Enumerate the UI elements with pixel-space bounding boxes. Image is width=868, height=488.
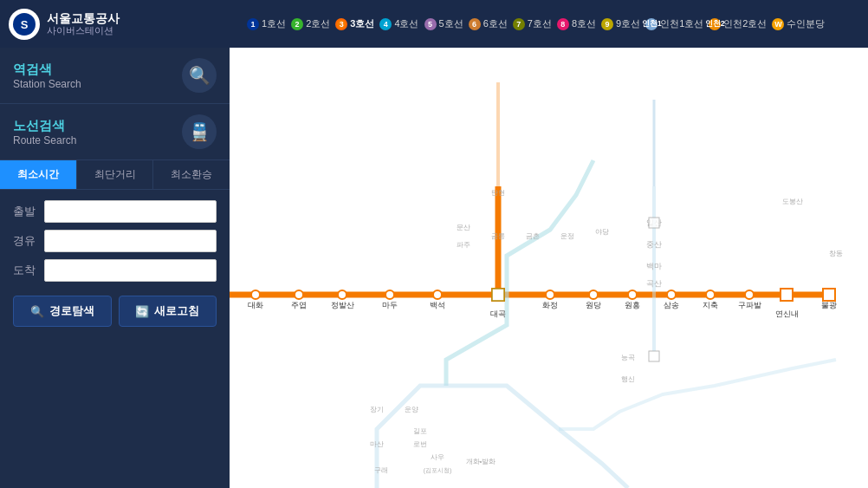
- via-row: 경유: [13, 230, 217, 252]
- svg-text:원흥: 원흥: [625, 301, 640, 309]
- route-search-en: Route Search: [13, 134, 76, 146]
- line-tab-6[interactable]: 66호선: [469, 17, 508, 30]
- train-icon: 🚆: [182, 114, 217, 149]
- svg-text:운정: 운정: [560, 232, 574, 240]
- departure-label: 출발: [13, 204, 37, 219]
- line-tab-7[interactable]: 77호선: [513, 17, 552, 30]
- line-tab-5[interactable]: 55호선: [424, 17, 463, 30]
- departure-row: 출발: [13, 200, 217, 223]
- svg-text:구파발: 구파발: [738, 301, 761, 309]
- svg-point-19: [706, 290, 715, 299]
- refresh-button[interactable]: 🔄 새로고침: [119, 296, 217, 327]
- route-form: 출발 경유 도착 🔍 경로탐색 🔄 새로고침: [0, 190, 230, 488]
- svg-text:대화: 대화: [248, 301, 263, 309]
- logo-icon: S: [9, 9, 40, 40]
- line-tab-4[interactable]: 44호선: [379, 17, 418, 30]
- main-content: 역검색 Station Search 🔍 노선검색 Route Search 🚆…: [0, 48, 868, 488]
- route-search-label: 노선검색 Route Search: [13, 118, 76, 146]
- svg-text:원당: 원당: [586, 301, 601, 309]
- svg-rect-61: [649, 218, 659, 228]
- svg-text:(김포시청): (김포시청): [424, 467, 452, 474]
- logo-sub: 사이버스테이션: [47, 25, 120, 36]
- line-tab-9[interactable]: 99호선: [601, 17, 640, 30]
- departure-input[interactable]: [44, 200, 217, 223]
- svg-text:중산: 중산: [646, 240, 662, 249]
- line-tab-2[interactable]: 22호선: [291, 17, 330, 30]
- via-label: 경유: [13, 233, 37, 249]
- line-tab-8[interactable]: 88호선: [557, 17, 596, 30]
- station-search-section[interactable]: 역검색 Station Search 🔍: [0, 48, 230, 104]
- svg-point-20: [745, 290, 754, 299]
- svg-text:백마: 백마: [646, 262, 662, 270]
- svg-point-10: [338, 290, 347, 299]
- line-tab-인천1[interactable]: 인천1인천1호선: [645, 17, 703, 30]
- svg-text:운양: 운양: [405, 406, 418, 413]
- route-tabs: 최소시간 최단거리 최소환승: [0, 160, 230, 190]
- svg-point-16: [589, 290, 598, 299]
- search-icon: 🔍: [182, 58, 217, 93]
- via-input[interactable]: [44, 230, 217, 252]
- svg-text:파주: 파주: [457, 241, 470, 249]
- line-tab-3[interactable]: 33호선: [335, 17, 374, 30]
- svg-rect-21: [781, 289, 793, 301]
- route-search-button[interactable]: 🔍 경로탐색: [13, 296, 112, 327]
- line-tab-인천2[interactable]: 인천2인천2호선: [709, 17, 767, 30]
- svg-text:구래: 구래: [374, 466, 388, 474]
- arrival-label: 도착: [13, 263, 37, 278]
- svg-text:S: S: [21, 18, 29, 31]
- route-search-section[interactable]: 노선검색 Route Search 🚆: [0, 104, 230, 160]
- route-search-ko: 노선검색: [13, 118, 76, 134]
- arrival-row: 도착: [13, 259, 217, 282]
- svg-text:화정: 화정: [542, 301, 558, 309]
- svg-point-17: [628, 290, 637, 299]
- svg-text:금릉: 금릉: [491, 232, 505, 240]
- station-search-en: Station Search: [13, 78, 81, 90]
- svg-point-8: [251, 290, 260, 299]
- svg-text:도봉산: 도봉산: [782, 198, 803, 205]
- sidebar: 역검색 Station Search 🔍 노선검색 Route Search 🚆…: [0, 48, 230, 488]
- station-search-label: 역검색 Station Search: [13, 62, 81, 90]
- logo-main: 서울교통공사: [47, 11, 120, 26]
- search-icon-btn: 🔍: [30, 305, 44, 318]
- line-tab-1[interactable]: 11호선: [247, 17, 286, 30]
- tab-min-transfer[interactable]: 최소환승: [153, 160, 230, 189]
- svg-point-15: [546, 290, 554, 299]
- svg-text:개화•발화: 개화•발화: [466, 458, 496, 465]
- svg-text:대곡: 대곡: [490, 309, 506, 318]
- svg-rect-14: [492, 289, 504, 301]
- svg-text:삼송: 삼송: [664, 301, 679, 309]
- logo-area: S 서울교통공사 사이버스테이션: [9, 9, 238, 40]
- line-tab-W[interactable]: W수인분당: [772, 17, 825, 30]
- refresh-btn-label: 새로고침: [154, 303, 199, 319]
- svg-text:지축: 지축: [703, 301, 718, 309]
- svg-text:곡산: 곡산: [646, 279, 662, 288]
- subway-map: 대화 주엽 정발산 마두 백석 대곡 화정 원당 원흥 삼송 지축 구파발 연신…: [230, 48, 868, 488]
- svg-text:사우: 사우: [431, 453, 444, 461]
- svg-point-12: [433, 290, 442, 299]
- svg-text:백석: 백석: [430, 301, 445, 309]
- header: S 서울교통공사 사이버스테이션 11호선22호선33호선44호선55호선66호…: [0, 0, 868, 48]
- arrival-input[interactable]: [44, 259, 217, 282]
- tab-min-dist[interactable]: 최단거리: [77, 160, 154, 189]
- svg-text:능곡: 능곡: [621, 354, 635, 361]
- map-area: 대화 주엽 정발산 마두 백석 대곡 화정 원당 원흥 삼송 지축 구파발 연신…: [230, 48, 868, 488]
- svg-text:로번: 로번: [413, 440, 427, 448]
- search-btn-label: 경로탐색: [49, 303, 94, 319]
- svg-text:장기: 장기: [370, 406, 384, 413]
- svg-text:야당: 야당: [595, 228, 609, 236]
- station-search-ko: 역검색: [13, 62, 81, 78]
- svg-rect-22: [823, 289, 835, 301]
- svg-text:창동: 창동: [829, 250, 843, 257]
- line-tabs: 11호선22호선33호선44호선55호선66호선77호선88호선99호선인천1인…: [238, 17, 859, 30]
- svg-text:주엽: 주엽: [291, 301, 307, 309]
- tab-min-time[interactable]: 최소시간: [0, 160, 77, 189]
- logo-text: 서울교통공사 사이버스테이션: [47, 11, 120, 37]
- form-buttons: 🔍 경로탐색 🔄 새로고침: [13, 296, 217, 327]
- svg-text:금촌: 금촌: [526, 232, 540, 240]
- svg-text:연신내: 연신내: [775, 309, 799, 318]
- svg-text:불광: 불광: [821, 301, 837, 309]
- svg-point-9: [295, 290, 303, 299]
- svg-text:행신: 행신: [621, 375, 635, 383]
- refresh-icon: 🔄: [135, 305, 149, 318]
- svg-point-11: [385, 290, 394, 299]
